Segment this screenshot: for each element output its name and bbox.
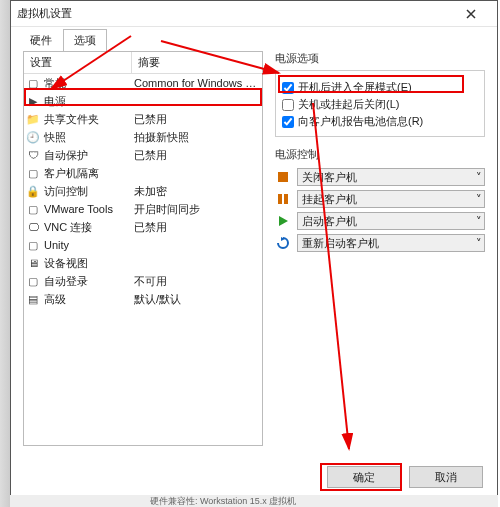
item-name: 常规 bbox=[42, 76, 132, 91]
item-name: 自动登录 bbox=[42, 274, 132, 289]
advanced-icon: ▤ bbox=[24, 293, 42, 306]
checkbox-input[interactable] bbox=[282, 82, 294, 94]
background-border-left bbox=[0, 0, 10, 507]
checkbox-input[interactable] bbox=[282, 116, 294, 128]
checkbox-label: 向客户机报告电池信息(R) bbox=[298, 114, 423, 129]
checkbox-poweroff-after-suspend[interactable]: 关机或挂起后关闭(L) bbox=[282, 96, 478, 113]
svg-marker-3 bbox=[279, 216, 288, 226]
checkbox-label: 开机后进入全屏模式(E) bbox=[298, 80, 412, 95]
item-name: 共享文件夹 bbox=[42, 112, 132, 127]
list-item[interactable]: ▢ Unity bbox=[24, 236, 262, 254]
item-summary: 未加密 bbox=[132, 184, 262, 199]
chevron-down-icon: ˅ bbox=[476, 193, 482, 206]
list-item[interactable]: ▢ 客户机隔离 bbox=[24, 164, 262, 182]
poweroff-select[interactable]: 关闭客户机 ˅ bbox=[297, 168, 485, 186]
item-name: 自动保护 bbox=[42, 148, 132, 163]
item-name: 电源 bbox=[42, 94, 132, 109]
close-icon bbox=[466, 9, 476, 19]
statusbar-text: 硬件兼容性: Workstation 15.x 虚拟机 bbox=[150, 495, 296, 508]
cancel-button[interactable]: 取消 bbox=[409, 466, 483, 488]
checkbox-enter-fullscreen[interactable]: 开机后进入全屏模式(E) bbox=[282, 79, 478, 96]
snapshot-icon: 🕘 bbox=[24, 131, 42, 144]
unity-icon: ▢ bbox=[24, 239, 42, 252]
button-label: 取消 bbox=[435, 470, 457, 485]
item-name: Unity bbox=[42, 239, 132, 251]
select-value: 重新启动客户机 bbox=[302, 236, 379, 251]
play-icon bbox=[275, 213, 291, 229]
svg-rect-2 bbox=[284, 194, 288, 204]
checkbox-report-battery[interactable]: 向客户机报告电池信息(R) bbox=[282, 113, 478, 130]
chevron-down-icon: ˅ bbox=[476, 215, 482, 228]
power-control-row: 关闭客户机 ˅ bbox=[275, 166, 485, 188]
item-summary: 已禁用 bbox=[132, 148, 262, 163]
item-summary: Common for Windows 10 Enterprise... bbox=[132, 77, 262, 89]
appliance-icon: 🖥 bbox=[24, 257, 42, 269]
list-item[interactable]: 📁 共享文件夹 已禁用 bbox=[24, 110, 262, 128]
list-item[interactable]: 🖵 VNC 连接 已禁用 bbox=[24, 218, 262, 236]
dialog-footer: 确定 取消 bbox=[327, 466, 483, 488]
svg-rect-0 bbox=[278, 172, 288, 182]
ok-button[interactable]: 确定 bbox=[327, 466, 401, 488]
power-control-row: 重新启动客户机 ˅ bbox=[275, 232, 485, 254]
list-item[interactable]: 🖥 设备视图 bbox=[24, 254, 262, 272]
settings-list: 设置 摘要 ▢ 常规 Common for Windows 10 Enterpr… bbox=[23, 51, 263, 446]
autologin-icon: ▢ bbox=[24, 275, 42, 288]
svg-rect-1 bbox=[278, 194, 282, 204]
list-header: 设置 摘要 bbox=[24, 52, 262, 74]
list-item[interactable]: 🛡 自动保护 已禁用 bbox=[24, 146, 262, 164]
item-name: 快照 bbox=[42, 130, 132, 145]
section-power-options: 电源选项 bbox=[275, 51, 485, 66]
tab-options[interactable]: 选项 bbox=[63, 29, 107, 52]
general-icon: ▢ bbox=[24, 77, 42, 90]
item-summary: 已禁用 bbox=[132, 112, 262, 127]
list-item[interactable]: 🔒 访问控制 未加密 bbox=[24, 182, 262, 200]
checkbox-input[interactable] bbox=[282, 99, 294, 111]
chevron-down-icon: ˅ bbox=[476, 237, 482, 250]
tab-label: 硬件 bbox=[30, 34, 52, 46]
list-item-power[interactable]: ▶ 电源 bbox=[24, 92, 262, 110]
titlebar: 虚拟机设置 bbox=[11, 1, 497, 27]
tab-label: 选项 bbox=[74, 34, 96, 46]
poweron-select[interactable]: 启动客户机 ˅ bbox=[297, 212, 485, 230]
vmtools-icon: ▢ bbox=[24, 203, 42, 216]
list-item[interactable]: ▤ 高级 默认/默认 bbox=[24, 290, 262, 308]
chevron-down-icon: ˅ bbox=[476, 171, 482, 184]
item-name: 高级 bbox=[42, 292, 132, 307]
folder-icon: 📁 bbox=[24, 113, 42, 126]
stop-icon bbox=[275, 169, 291, 185]
autoprotect-icon: 🛡 bbox=[24, 149, 42, 161]
select-value: 挂起客户机 bbox=[302, 192, 357, 207]
list-item[interactable]: ▢ 常规 Common for Windows 10 Enterprise... bbox=[24, 74, 262, 92]
item-name: 设备视图 bbox=[42, 256, 132, 271]
item-name: VMware Tools bbox=[42, 203, 132, 215]
tab-hardware[interactable]: 硬件 bbox=[19, 29, 63, 52]
item-summary: 默认/默认 bbox=[132, 292, 262, 307]
window-close-button[interactable] bbox=[451, 1, 491, 26]
button-label: 确定 bbox=[353, 470, 375, 485]
item-summary: 不可用 bbox=[132, 274, 262, 289]
pause-icon bbox=[275, 191, 291, 207]
list-item[interactable]: 🕘 快照 拍摄新快照 bbox=[24, 128, 262, 146]
section-power-control: 电源控制 bbox=[275, 147, 485, 162]
item-summary: 开启时间同步 bbox=[132, 202, 262, 217]
item-summary: 已禁用 bbox=[132, 220, 262, 235]
list-item[interactable]: ▢ VMware Tools 开启时间同步 bbox=[24, 200, 262, 218]
lock-icon: 🔒 bbox=[24, 185, 42, 198]
select-value: 关闭客户机 bbox=[302, 170, 357, 185]
list-rows: ▢ 常规 Common for Windows 10 Enterprise...… bbox=[24, 74, 262, 308]
col-header-summary: 摘要 bbox=[132, 52, 262, 73]
vnc-icon: 🖵 bbox=[24, 221, 42, 233]
restart-select[interactable]: 重新启动客户机 ˅ bbox=[297, 234, 485, 252]
tab-strip: 硬件 选项 bbox=[11, 27, 497, 51]
checkbox-label: 关机或挂起后关闭(L) bbox=[298, 97, 399, 112]
power-options-group: 开机后进入全屏模式(E) 关机或挂起后关闭(L) 向客户机报告电池信息(R) bbox=[275, 70, 485, 137]
right-panel: 电源选项 开机后进入全屏模式(E) 关机或挂起后关闭(L) 向客户机报告电池信息… bbox=[275, 51, 485, 446]
restart-icon bbox=[275, 235, 291, 251]
suspend-select[interactable]: 挂起客户机 ˅ bbox=[297, 190, 485, 208]
settings-dialog: 虚拟机设置 硬件 选项 设置 摘要 ▢ 常规 Common for Window… bbox=[10, 0, 498, 497]
isolation-icon: ▢ bbox=[24, 167, 42, 180]
power-control-row: 挂起客户机 ˅ bbox=[275, 188, 485, 210]
list-item[interactable]: ▢ 自动登录 不可用 bbox=[24, 272, 262, 290]
select-value: 启动客户机 bbox=[302, 214, 357, 229]
power-control-row: 启动客户机 ˅ bbox=[275, 210, 485, 232]
